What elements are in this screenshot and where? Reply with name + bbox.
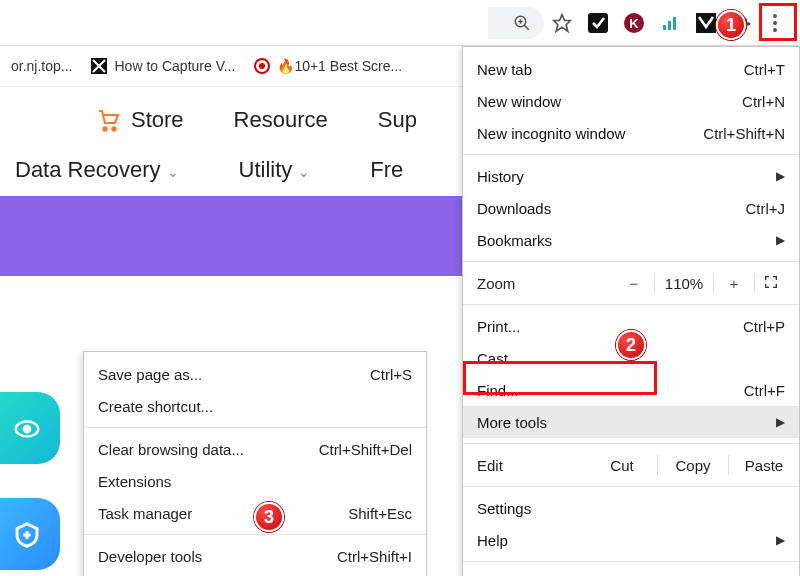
- edit-copy-button[interactable]: Copy: [658, 457, 728, 474]
- nav-support-partial[interactable]: Sup: [378, 107, 417, 133]
- menu-separator: [463, 486, 799, 487]
- menu-more-tools[interactable]: More tools ▶: [463, 406, 799, 438]
- menu-separator: [463, 561, 799, 562]
- nav-utility[interactable]: Utility⌄: [239, 157, 311, 183]
- menu-separator: [463, 154, 799, 155]
- svg-line-1: [524, 25, 529, 30]
- nav-label: Store: [131, 107, 184, 133]
- browser-toolbar: K: [0, 0, 800, 46]
- menu-separator: [463, 443, 799, 444]
- nav-store[interactable]: Store: [95, 107, 184, 133]
- svg-rect-11: [696, 13, 716, 33]
- menu-separator: [463, 304, 799, 305]
- menu-edit-row: Edit Cut Copy Paste: [463, 449, 799, 481]
- nav-resource[interactable]: Resource: [234, 107, 328, 133]
- menu-separator: [84, 534, 426, 535]
- menu-help[interactable]: Help ▶: [463, 524, 799, 556]
- svg-point-18: [103, 127, 106, 130]
- svg-rect-9: [668, 21, 671, 30]
- svg-point-19: [112, 127, 115, 130]
- highlight-box-1: [759, 3, 797, 41]
- chrome-main-menu: New tab Ctrl+T New window Ctrl+N New inc…: [462, 46, 800, 576]
- nav-free-partial[interactable]: Fre: [370, 157, 403, 183]
- app-shortcut-1[interactable]: [0, 392, 60, 464]
- svg-point-21: [24, 426, 30, 432]
- menu-settings[interactable]: Settings: [463, 492, 799, 524]
- bookmark-label: 🔥10+1 Best Scre...: [277, 58, 402, 74]
- annotation-badge-1: 1: [716, 10, 746, 40]
- annotation-badge-3: 3: [254, 502, 284, 532]
- bookmark-item[interactable]: or.nj.top...: [5, 54, 78, 78]
- extension-icon-1[interactable]: [580, 5, 616, 41]
- svg-rect-5: [588, 13, 608, 33]
- zoom-in-button[interactable]: +: [716, 275, 752, 292]
- fullscreen-button[interactable]: [757, 274, 785, 293]
- edit-paste-button[interactable]: Paste: [729, 457, 799, 474]
- edit-cut-button[interactable]: Cut: [587, 457, 657, 474]
- bookmark-item[interactable]: How to Capture V...: [84, 53, 241, 79]
- menu-history[interactable]: History ▶: [463, 160, 799, 192]
- menu-bookmarks[interactable]: Bookmarks ▶: [463, 224, 799, 256]
- svg-point-17: [259, 63, 265, 69]
- menu-new-window[interactable]: New window Ctrl+N: [463, 85, 799, 117]
- submenu-arrow-icon: ▶: [776, 533, 785, 547]
- nav-data-recovery[interactable]: Data Recovery⌄: [15, 157, 179, 183]
- chevron-down-icon: ⌄: [167, 164, 179, 180]
- menu-find[interactable]: Find... Ctrl+F: [463, 374, 799, 406]
- star-icon[interactable]: [544, 5, 580, 41]
- menu-incognito[interactable]: New incognito window Ctrl+Shift+N: [463, 117, 799, 149]
- submenu-arrow-icon: ▶: [776, 169, 785, 183]
- menu-exit[interactable]: Exit: [463, 567, 799, 576]
- svg-marker-4: [554, 14, 571, 31]
- menu-downloads[interactable]: Downloads Ctrl+J: [463, 192, 799, 224]
- bookmark-label: How to Capture V...: [114, 58, 235, 74]
- zoom-icon[interactable]: [504, 5, 540, 41]
- zoom-out-button[interactable]: −: [616, 275, 652, 292]
- zoom-value: 110%: [657, 275, 711, 292]
- bookmark-label: or.nj.top...: [11, 58, 72, 74]
- submenu-create-shortcut[interactable]: Create shortcut...: [84, 390, 426, 422]
- submenu-clear-browsing-data[interactable]: Clear browsing data... Ctrl+Shift+Del: [84, 433, 426, 465]
- extension-icon-2[interactable]: K: [616, 5, 652, 41]
- app-shortcut-2[interactable]: [0, 498, 60, 570]
- cart-icon: [95, 108, 121, 132]
- submenu-developer-tools[interactable]: Developer tools Ctrl+Shift+I: [84, 540, 426, 572]
- omnibox-end: [488, 7, 544, 39]
- submenu-arrow-icon: ▶: [776, 415, 785, 429]
- svg-rect-8: [663, 25, 666, 30]
- submenu-arrow-icon: ▶: [776, 233, 785, 247]
- svg-text:K: K: [629, 16, 639, 31]
- menu-separator: [463, 261, 799, 262]
- chevron-down-icon: ⌄: [298, 164, 310, 180]
- favicon-icon: [253, 57, 271, 75]
- annotation-badge-2: 2: [616, 330, 646, 360]
- more-tools-submenu: Save page as... Ctrl+S Create shortcut..…: [83, 351, 427, 576]
- extension-icon-3[interactable]: [652, 5, 688, 41]
- menu-separator: [84, 427, 426, 428]
- submenu-extensions[interactable]: Extensions: [84, 465, 426, 497]
- menu-zoom-row: Zoom − 110% +: [463, 267, 799, 299]
- svg-rect-10: [673, 17, 676, 30]
- favicon-icon: [90, 57, 108, 75]
- menu-new-tab[interactable]: New tab Ctrl+T: [463, 53, 799, 85]
- bookmark-item[interactable]: 🔥10+1 Best Scre...: [247, 53, 408, 79]
- submenu-save-page[interactable]: Save page as... Ctrl+S: [84, 358, 426, 390]
